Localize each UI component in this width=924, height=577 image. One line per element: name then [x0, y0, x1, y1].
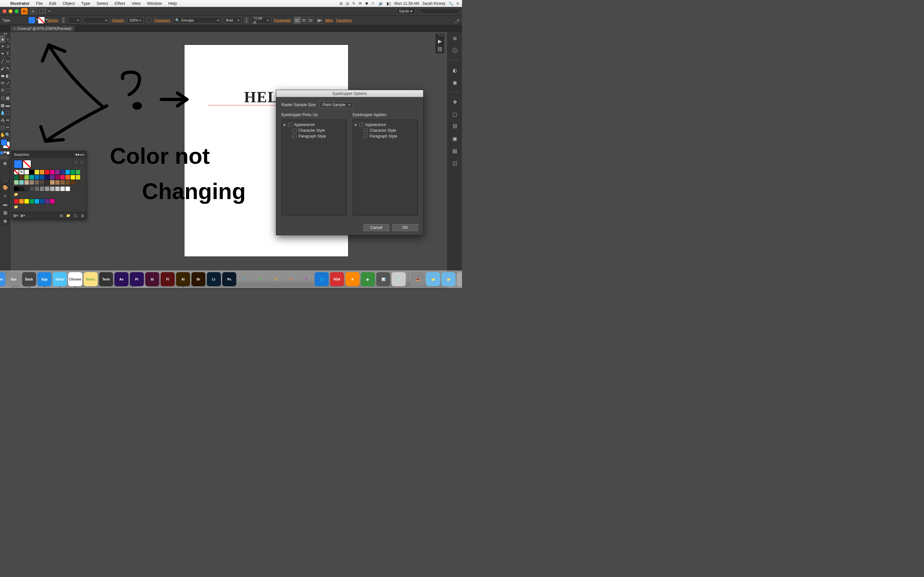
selection-tool[interactable]: ▴	[0, 35, 5, 43]
menu-view[interactable]: View	[128, 1, 144, 6]
dock-item[interactable]: Notes	[84, 272, 98, 286]
scale-tool[interactable]: ⤢	[5, 79, 10, 87]
dropbox-icon[interactable]: ⧉	[340, 1, 342, 6]
swatch-bright[interactable]	[29, 199, 34, 204]
stroke-panel-icon[interactable]: ≡	[0, 192, 10, 200]
dialog-option[interactable]: ✓Character Style	[284, 127, 344, 133]
swatch-gray[interactable]	[65, 186, 70, 191]
dialog-option[interactable]: ▶✓Appearance	[355, 122, 416, 127]
new-swatch-icon[interactable]: ◫	[73, 213, 78, 218]
links-icon[interactable]: ⛓	[451, 122, 459, 130]
swatch-gray[interactable]	[24, 186, 29, 191]
menu-edit[interactable]: Edit	[46, 1, 59, 6]
current-stroke-swatch[interactable]	[23, 160, 31, 168]
fill-stroke-controls[interactable]	[0, 139, 10, 151]
swatch-bright[interactable]	[45, 199, 50, 204]
blend-tool[interactable]: ⬚	[5, 109, 10, 116]
swatch-color[interactable]	[70, 169, 75, 175]
checkbox-icon[interactable]: ✓	[364, 129, 368, 132]
swatch-color[interactable]	[34, 175, 39, 180]
font-size-input[interactable]: 72.59 pt	[251, 17, 271, 23]
dock-item[interactable]: X	[268, 272, 283, 286]
dock-item[interactable]: RSA	[330, 272, 344, 286]
zoom-window-button[interactable]	[15, 9, 19, 13]
swatch-gray[interactable]	[19, 186, 24, 191]
dock-item[interactable]: O	[284, 272, 298, 286]
swatch-libraries-icon[interactable]: ▦▾	[13, 213, 18, 218]
recolor-artwork-icon[interactable]	[146, 17, 152, 23]
dialog-option[interactable]: ▶✓Appearance	[284, 122, 344, 127]
swatch-color[interactable]	[19, 180, 24, 185]
swatch-gray[interactable]	[55, 186, 60, 191]
rectangle-tool[interactable]: ▭	[5, 57, 10, 65]
swatch-color[interactable]	[24, 175, 29, 180]
swatch-options-icon[interactable]: ▤	[59, 213, 64, 218]
artboard-tool[interactable]: ▢	[0, 124, 5, 131]
swatch-color[interactable]	[60, 169, 65, 175]
paragraph-label[interactable]: Paragraph:	[274, 18, 291, 22]
shape-builder-tool[interactable]: ⬡	[0, 94, 5, 102]
kuler-icon[interactable]: ◉	[451, 79, 459, 86]
float-close-icon[interactable]: ✕ ▸▸	[435, 34, 444, 37]
slice-tool[interactable]: ✂	[5, 124, 10, 131]
swatch-color[interactable]	[55, 169, 60, 175]
cancel-button[interactable]: Cancel	[363, 224, 389, 231]
swatch-color[interactable]	[24, 180, 29, 185]
swatch-color[interactable]	[50, 180, 55, 185]
color-mode-icon[interactable]	[0, 151, 3, 155]
width-tool[interactable]: ⫚	[0, 87, 5, 94]
eraser-tool[interactable]: ◧	[5, 72, 10, 79]
swatch-bright[interactable]	[14, 199, 19, 204]
magic-wand-tool[interactable]: ✦	[0, 43, 5, 50]
line-tool[interactable]: ╱	[0, 57, 5, 65]
menu-help[interactable]: Help	[165, 1, 180, 6]
workspace-switcher[interactable]: Sarah ▾	[396, 8, 415, 15]
zoom-tool[interactable]: 🔍	[5, 131, 10, 139]
layers-icon[interactable]: ❖	[451, 98, 459, 106]
transform-panel-link[interactable]: Transform	[336, 18, 352, 22]
notifications-icon[interactable]: ≡	[457, 1, 459, 6]
blob-brush-tool[interactable]: ⬬	[0, 72, 5, 79]
swatches-panel-header[interactable]: Swatches ◀◀▸≡	[12, 151, 86, 158]
artboards-icon[interactable]: ▢	[451, 110, 459, 118]
pencil-tool[interactable]: ✎	[5, 65, 10, 72]
swatch-color[interactable]	[55, 175, 60, 180]
swatch-color[interactable]	[29, 169, 34, 175]
dock-item[interactable]: 📥	[411, 272, 425, 286]
control-bar-menu-icon[interactable]: ⎯≡	[454, 18, 459, 23]
dock-item[interactable]: Fl	[161, 272, 175, 286]
opacity-input[interactable]: 100%	[128, 17, 144, 23]
dock-item[interactable]: Ae	[115, 272, 129, 286]
opacity-label[interactable]: Opacity:	[112, 18, 125, 22]
swatch-gray[interactable]	[45, 186, 50, 191]
swatch-color[interactable]	[39, 180, 45, 185]
compass-icon[interactable]: ✲	[451, 35, 459, 42]
swatch-color[interactable]	[75, 169, 81, 175]
paintbrush-tool[interactable]: 🖌	[0, 65, 5, 72]
swatch-color[interactable]	[45, 175, 50, 180]
swatch-color[interactable]	[60, 175, 65, 180]
swatch-color[interactable]	[19, 175, 24, 180]
fill-color-box[interactable]	[1, 139, 7, 145]
swatch-color[interactable]	[39, 169, 45, 175]
swatch-color[interactable]	[24, 169, 29, 175]
evernote-icon[interactable]: ✎	[352, 1, 355, 6]
dock-item[interactable]: Sys	[7, 272, 21, 286]
dialog-option[interactable]: ✓Character Style	[355, 127, 416, 133]
volume-icon[interactable]: 🔊	[379, 1, 383, 6]
arrange-documents-icon[interactable]	[39, 9, 45, 13]
perspective-grid-tool[interactable]: ▦	[5, 94, 10, 102]
new-color-group-icon[interactable]: 📁	[66, 213, 71, 218]
swatch-registration[interactable]: ⊕	[19, 169, 24, 175]
screen-mode-icon[interactable]: ▣	[0, 161, 10, 165]
swatch-color[interactable]	[65, 169, 70, 175]
swatch-gray[interactable]	[39, 186, 45, 191]
close-tab-icon[interactable]: ×	[13, 27, 15, 31]
swatches-panel[interactable]: Swatches ◀◀▸≡ ⊕ 📁 📁 ▦▾ ▣▾ ▤ 📁 ◫ 🗑	[11, 151, 87, 219]
swatch-color[interactable]	[39, 175, 45, 180]
link-icon[interactable]: ⛓	[435, 45, 444, 53]
dock-item[interactable]: L	[238, 272, 252, 286]
swatch-view-grid-icon[interactable]	[79, 160, 84, 165]
swatch-color[interactable]	[50, 175, 55, 180]
updates-icon[interactable]: ⟳	[359, 1, 362, 6]
